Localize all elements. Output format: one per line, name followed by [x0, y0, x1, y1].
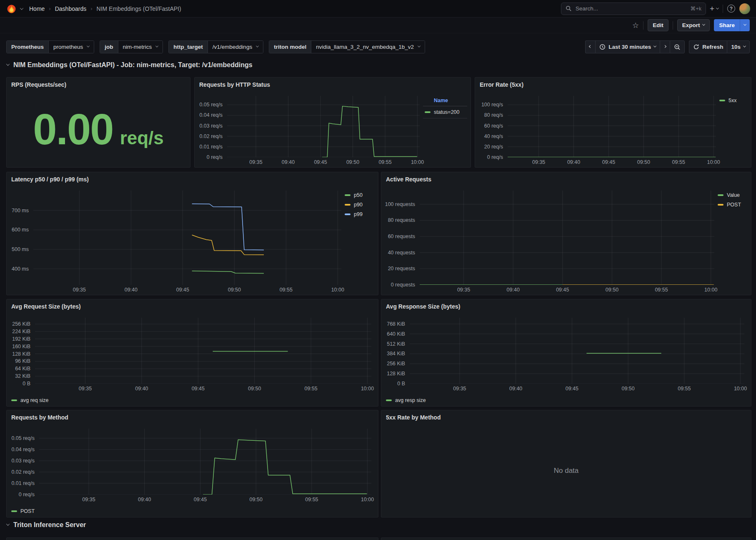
panel-partial-top [6, 537, 378, 540]
legend-item[interactable]: Value [718, 192, 748, 198]
y-tick-label: 384 KiB [387, 351, 405, 357]
panel-title[interactable]: Avg Request Size (bytes) [7, 299, 378, 314]
top-nav: Home › Dashboards › NIM Embeddings (OTel… [0, 0, 756, 18]
time-range-picker[interactable]: Last 30 minutes [595, 40, 660, 53]
x-tick-label: 09:50 [606, 287, 618, 293]
x-tick-label: 09:45 [314, 159, 327, 165]
y-tick-label: 0.03 req/s [199, 123, 223, 129]
legend-item[interactable]: p99 [345, 211, 375, 217]
legend-marker-icon [345, 204, 350, 206]
y-tick-label: 128 KiB [12, 351, 30, 357]
y-tick-label: 0.01 req/s [11, 480, 35, 486]
legend-item[interactable]: p50 [345, 192, 375, 198]
row-title: NIM Embeddings (OTel/FastAPI) - Job: nim… [13, 61, 253, 69]
time-forward-button[interactable] [660, 40, 670, 53]
refresh-icon [693, 44, 699, 50]
time-controls: Last 30 minutes Refresh [585, 40, 750, 53]
y-tick-label: 700 ms [12, 208, 29, 213]
x-tick-label: 10:00 [704, 287, 717, 293]
zoom-out-button[interactable] [670, 40, 685, 53]
y-tick-label: 128 KiB [387, 371, 405, 377]
avatar[interactable] [739, 3, 750, 14]
y-tick-label: 60 requests [388, 234, 415, 239]
share-caret-button[interactable] [740, 19, 750, 31]
y-tick-label: 500 ms [12, 246, 29, 252]
refresh-interval-dropdown[interactable]: 10s [727, 40, 750, 53]
legend-item[interactable]: p90 [345, 202, 375, 208]
breadcrumb-dashboards[interactable]: Dashboards [55, 5, 87, 12]
legend-item[interactable]: status=200 [423, 106, 467, 118]
filter-label: triton model [269, 41, 311, 53]
panel-title[interactable]: Latency p50 / p90 / p99 (ms) [7, 172, 378, 186]
filter-value-dropdown[interactable]: /v1/embeddings [208, 41, 263, 53]
chart-plot[interactable] [33, 191, 341, 285]
x-tick-label: 10:00 [707, 159, 720, 165]
y-tick-label: 60 req/s [484, 123, 503, 129]
row-header-triton[interactable]: Triton Inference Server [7, 521, 86, 529]
add-new-button[interactable]: + [710, 4, 718, 13]
x-tick-label: 09:45 [556, 287, 569, 293]
panel-title[interactable]: Requests by Method [7, 410, 378, 424]
legend-marker-icon [386, 399, 392, 401]
legend-item[interactable]: POST [718, 202, 748, 208]
legend-item[interactable]: avg resp size [386, 397, 426, 403]
panel-title[interactable]: Error Rate (5xx) [475, 78, 751, 92]
stat-unit: req/s [120, 128, 164, 148]
panel-title[interactable]: Active Requests [381, 172, 751, 186]
export-button[interactable]: Export [677, 19, 710, 31]
panel-title[interactable]: RPS (Requests/sec) [7, 78, 190, 92]
legend-item[interactable]: 5xx [719, 98, 748, 103]
grafana-logo-icon[interactable] [6, 3, 17, 14]
y-tick-label: 400 ms [12, 266, 29, 272]
x-tick-label: 09:35 [453, 386, 466, 392]
time-back-button[interactable] [585, 40, 595, 53]
legend-header[interactable]: Name [423, 98, 467, 106]
stat-value: 0.00 [33, 105, 113, 154]
search-input[interactable] [576, 5, 687, 12]
clock-icon [599, 44, 606, 50]
share-split-button: Share [714, 19, 750, 31]
chart-plot[interactable] [410, 318, 744, 384]
x-tick-label: 09:35 [249, 159, 262, 165]
x-tick-label: 10:00 [734, 386, 747, 392]
legend-item[interactable]: POST [11, 508, 35, 514]
breadcrumb-separator-icon: › [90, 5, 92, 12]
x-tick-label: 09:45 [602, 159, 615, 165]
breadcrumb-home[interactable]: Home [29, 5, 45, 12]
chart-plot[interactable] [508, 96, 716, 157]
x-tick-label: 09:55 [304, 386, 317, 392]
y-tick-label: 0 B [397, 381, 405, 387]
chart-plot[interactable] [420, 191, 714, 285]
search-box[interactable]: ⌘+k [561, 3, 706, 15]
chart-plot[interactable] [35, 318, 371, 384]
help-icon[interactable]: ? [727, 5, 735, 13]
filter-value-dropdown[interactable]: nvidia_llama_3_2_nv_embedqa_1b_v2 [311, 41, 425, 53]
x-tick-label: 09:50 [250, 497, 263, 502]
y-tick-label: 0 req/s [19, 492, 35, 497]
panel-title[interactable]: Requests by HTTP Status [195, 78, 471, 92]
refresh-button[interactable]: Refresh [689, 40, 727, 53]
x-tick-label: 10:00 [361, 497, 374, 502]
panel-5xx-rate-by-method: 5xx Rate by Method No data [381, 410, 751, 517]
panel-avg-request-size: Avg Request Size (bytes) 256 KiB224 KiB1… [6, 299, 378, 407]
panel-title[interactable]: Avg Response Size (bytes) [381, 299, 751, 314]
logo-chevron-down-icon[interactable] [20, 6, 23, 10]
chart-plot[interactable] [227, 96, 420, 157]
legend-item[interactable]: avg req size [11, 397, 48, 403]
row-header-nim-embeddings[interactable]: NIM Embeddings (OTel/FastAPI) - Job: nim… [7, 61, 253, 69]
filter-value-dropdown[interactable]: nim-metrics [118, 41, 163, 53]
chart-plot[interactable] [39, 429, 371, 495]
share-button[interactable]: Share [714, 19, 740, 31]
panel-title[interactable]: 5xx Rate by Method [381, 410, 751, 424]
star-icon[interactable]: ☆ [632, 22, 639, 29]
x-tick-label: 09:45 [194, 497, 207, 502]
y-tick-label: 96 KiB [15, 358, 30, 364]
y-tick-label: 0 B [23, 381, 30, 387]
chevron-down-icon [256, 45, 259, 48]
legend-marker-icon [425, 111, 431, 113]
panel-requests-by-method: Requests by Method 0.05 req/s0.04 req/s0… [6, 410, 378, 517]
filter-value-dropdown[interactable]: prometheus [48, 41, 94, 53]
series-p50 [192, 271, 264, 274]
edit-button[interactable]: Edit [648, 19, 668, 31]
x-tick-label: 09:40 [507, 287, 520, 293]
